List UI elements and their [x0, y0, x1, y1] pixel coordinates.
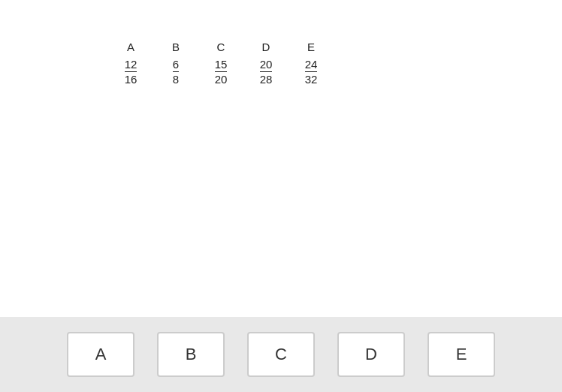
answer-btn-c[interactable]: C	[247, 332, 315, 377]
answer-btn-e[interactable]: E	[428, 332, 495, 377]
fraction-col-d: D2028	[243, 41, 289, 86]
denominator-e: 32	[305, 72, 318, 86]
col-label-c: C	[217, 41, 225, 53]
answer-btn-d[interactable]: D	[337, 332, 405, 377]
col-label-a: A	[127, 41, 134, 53]
numerator-a: 12	[125, 58, 137, 72]
answer-btn-b[interactable]: B	[157, 332, 225, 377]
fraction-e: 2432	[305, 58, 318, 86]
fraction-col-a: A1216	[108, 41, 153, 86]
denominator-b: 8	[173, 72, 179, 86]
denominator-c: 20	[215, 72, 228, 86]
fraction-b: 68	[173, 58, 179, 86]
fraction-a: 1216	[125, 58, 137, 86]
col-label-e: E	[307, 41, 315, 53]
denominator-a: 16	[125, 72, 137, 86]
numerator-c: 15	[215, 58, 228, 72]
fractions-table: A1216B68C1520D2028E2432	[108, 41, 544, 86]
question-line	[18, 14, 544, 27]
bottom-bar: ABCDE	[0, 317, 562, 392]
answer-btn-a[interactable]: A	[67, 332, 134, 377]
numerator-d: 20	[260, 58, 273, 72]
denominator-d: 28	[260, 72, 273, 86]
fraction-d: 2028	[260, 58, 273, 86]
fraction-col-b: B68	[153, 41, 198, 86]
fraction-col-c: C1520	[198, 41, 243, 86]
col-label-d: D	[262, 41, 270, 53]
numerator-e: 24	[305, 58, 318, 72]
fraction-c: 1520	[215, 58, 228, 86]
col-label-b: B	[172, 41, 180, 53]
numerator-b: 6	[173, 58, 179, 72]
fraction-col-e: E2432	[289, 41, 334, 86]
main-content: A1216B68C1520D2028E2432	[0, 0, 562, 317]
